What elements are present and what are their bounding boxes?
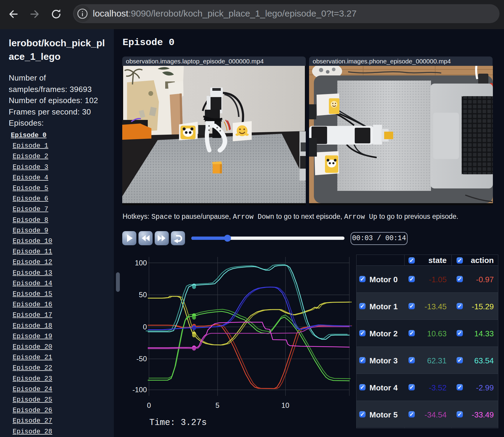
- svg-text:0: 0: [147, 401, 151, 409]
- svg-text:5: 5: [215, 401, 219, 409]
- svg-text:-50: -50: [136, 355, 147, 363]
- svg-text:10: 10: [281, 401, 290, 409]
- svg-text:Time: 3.27s: Time: 3.27s: [149, 418, 207, 428]
- svg-text:-100: -100: [132, 386, 147, 394]
- svg-text:100: 100: [135, 259, 147, 267]
- svg-text:50: 50: [139, 291, 147, 299]
- svg-text:0: 0: [143, 323, 147, 331]
